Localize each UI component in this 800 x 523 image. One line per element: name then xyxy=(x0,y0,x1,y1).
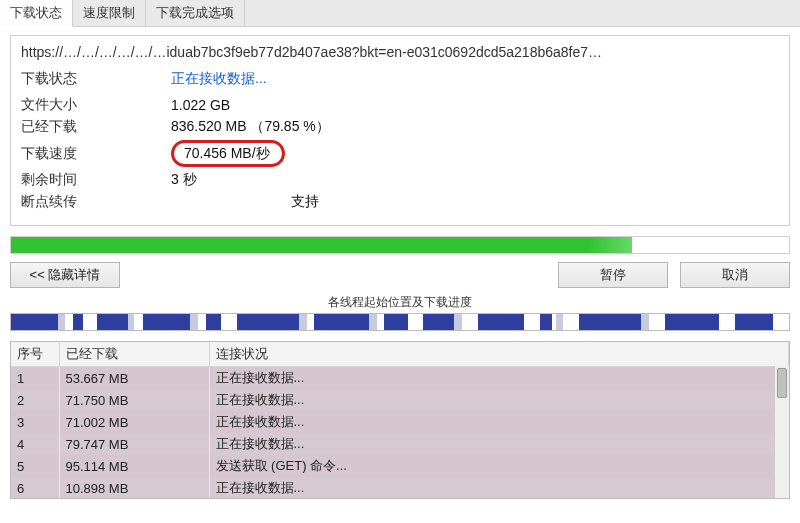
speed-highlight: 70.456 MB/秒 xyxy=(171,140,285,167)
value-status: 正在接收数据... xyxy=(171,70,267,88)
table-row[interactable]: 153.667 MB正在接收数据... xyxy=(11,367,789,390)
scrollbar-thumb[interactable] xyxy=(777,368,787,398)
info-panel: https://…/…/…/…/…/…iduab7bc3f9eb77d2b407… xyxy=(10,35,790,226)
cell-index: 2 xyxy=(11,389,59,411)
cell-downloaded: 79.747 MB xyxy=(59,433,209,455)
label-resume: 断点续传 xyxy=(21,193,171,211)
tab-download-status[interactable]: 下载状态 xyxy=(0,0,73,27)
cell-connection: 发送获取 (GET) 命令... xyxy=(209,455,789,477)
progress-fill xyxy=(11,237,632,253)
cell-connection: 正在接收数据... xyxy=(209,367,789,390)
cell-downloaded: 71.002 MB xyxy=(59,411,209,433)
cell-index: 1 xyxy=(11,367,59,390)
col-index[interactable]: 序号 xyxy=(11,342,59,367)
cell-connection: 正在接收数据... xyxy=(209,389,789,411)
cell-downloaded: 71.750 MB xyxy=(59,389,209,411)
cancel-button[interactable]: 取消 xyxy=(680,262,790,288)
label-eta: 剩余时间 xyxy=(21,171,171,189)
cell-downloaded: 10.898 MB xyxy=(59,477,209,499)
cell-connection: 正在接收数据... xyxy=(209,433,789,455)
table-row[interactable]: 371.002 MB正在接收数据... xyxy=(11,411,789,433)
thread-section-title: 各线程起始位置及下载进度 xyxy=(0,294,800,311)
value-eta: 3 秒 xyxy=(171,171,197,189)
table-row[interactable]: 271.750 MB正在接收数据... xyxy=(11,389,789,411)
table-row[interactable]: 595.114 MB发送获取 (GET) 命令... xyxy=(11,455,789,477)
cell-connection: 正在接收数据... xyxy=(209,477,789,499)
value-resume: 支持 xyxy=(291,193,319,211)
cell-index: 6 xyxy=(11,477,59,499)
label-downloaded: 已经下载 xyxy=(21,118,171,136)
cell-index: 3 xyxy=(11,411,59,433)
table-row[interactable]: 479.747 MB正在接收数据... xyxy=(11,433,789,455)
tab-bar: 下载状态 速度限制 下载完成选项 xyxy=(0,0,800,27)
spacer xyxy=(132,262,546,288)
progress-bar xyxy=(10,236,790,254)
table-row[interactable]: 610.898 MB正在接收数据... xyxy=(11,477,789,499)
col-connection[interactable]: 连接状况 xyxy=(209,342,789,367)
thread-progress-bar xyxy=(10,313,790,331)
cell-index: 5 xyxy=(11,455,59,477)
cell-downloaded: 53.667 MB xyxy=(59,367,209,390)
label-status: 下载状态 xyxy=(21,70,171,88)
cell-downloaded: 95.114 MB xyxy=(59,455,209,477)
label-speed: 下载速度 xyxy=(21,145,171,163)
col-downloaded[interactable]: 已经下载 xyxy=(59,342,209,367)
tab-speed-limit[interactable]: 速度限制 xyxy=(73,0,146,26)
label-file-size: 文件大小 xyxy=(21,96,171,114)
value-speed: 70.456 MB/秒 xyxy=(171,140,285,167)
cell-index: 4 xyxy=(11,433,59,455)
tab-on-complete[interactable]: 下载完成选项 xyxy=(146,0,245,26)
cell-connection: 正在接收数据... xyxy=(209,411,789,433)
value-file-size: 1.022 GB xyxy=(171,97,230,113)
vertical-scrollbar[interactable] xyxy=(774,366,789,498)
pause-button[interactable]: 暂停 xyxy=(558,262,668,288)
hide-details-button[interactable]: << 隐藏详情 xyxy=(10,262,120,288)
button-row: << 隐藏详情 暂停 取消 xyxy=(10,262,790,288)
value-downloaded: 836.520 MB （79.85 %） xyxy=(171,118,330,136)
thread-table-wrap: 序号 已经下载 连接状况 153.667 MB正在接收数据...271.750 … xyxy=(10,341,790,499)
thread-table: 序号 已经下载 连接状况 153.667 MB正在接收数据...271.750 … xyxy=(11,342,789,499)
download-url: https://…/…/…/…/…/…iduab7bc3f9eb77d2b407… xyxy=(21,42,779,66)
